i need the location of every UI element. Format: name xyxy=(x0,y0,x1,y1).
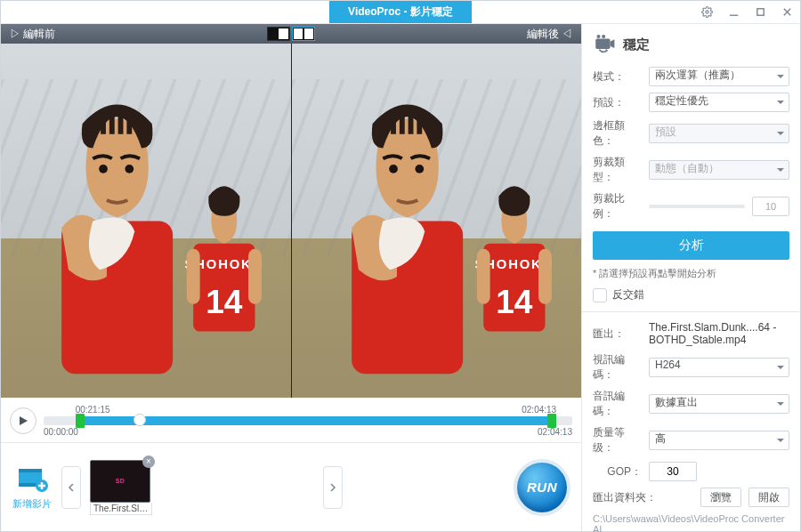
titlebar: VideoProc - 影片穩定 xyxy=(1,1,800,24)
preview-before: SHOHOKU14 xyxy=(1,44,291,398)
svg-point-31 xyxy=(602,35,605,38)
after-label: 編輯後 ◁ xyxy=(527,27,572,42)
add-video-button[interactable]: 新增影片 xyxy=(12,463,53,511)
browse-button[interactable]: 瀏覽 xyxy=(700,488,741,507)
stabilize-icon xyxy=(593,33,616,56)
cropratio-value: 10 xyxy=(752,197,789,216)
open-button[interactable]: 開啟 xyxy=(748,488,789,507)
close-button[interactable] xyxy=(773,1,800,23)
stabilize-panel: 穩定 模式：兩次運算（推薦） 預設：穩定性優先 邊框顏色：預設 剪裁類型：動態（… xyxy=(582,24,800,311)
preset-select[interactable]: 穩定性優先 xyxy=(649,93,789,112)
acodec-label: 音訊編碼： xyxy=(593,389,642,419)
next-clip-button[interactable] xyxy=(323,466,343,509)
add-video-label: 新增影片 xyxy=(12,497,53,511)
output-panel: 匯出：The.First.Slam.Dunk....64 -BOTHD_Stab… xyxy=(582,311,800,532)
svg-rect-10 xyxy=(248,248,262,303)
app-title: VideoProc - 影片穩定 xyxy=(329,1,472,23)
start-time: 00:00:00 xyxy=(44,427,78,437)
in-handle[interactable] xyxy=(76,414,85,428)
svg-text:14: 14 xyxy=(496,282,533,319)
mode-label: 模式： xyxy=(593,69,642,85)
timeline-track[interactable] xyxy=(44,416,572,425)
vcodec-select[interactable]: H264 xyxy=(649,358,789,377)
panel-heading: 穩定 xyxy=(593,33,789,56)
croptype-label: 剪裁類型： xyxy=(593,155,642,185)
clip-name: The.First.Slam.D xyxy=(90,503,152,515)
svg-point-30 xyxy=(596,35,600,38)
mode-select[interactable]: 兩次運算（推薦） xyxy=(649,67,789,86)
out-handle[interactable] xyxy=(547,414,556,428)
svg-rect-2 xyxy=(756,9,763,15)
outfile-label: 匯出： xyxy=(593,326,642,342)
remove-clip-icon[interactable]: × xyxy=(142,455,155,468)
playhead[interactable] xyxy=(134,414,146,426)
border-select[interactable]: 預設 xyxy=(649,124,789,143)
cropratio-slider[interactable] xyxy=(649,205,745,208)
border-label: 邊框顏色： xyxy=(593,118,642,149)
vcodec-label: 視訊編碼： xyxy=(593,352,642,383)
timeline: 00:21:1502:04:13 00:00:0002:04:13 xyxy=(1,398,581,442)
preview-area: SHOHOKU14 SHOHOKU14 xyxy=(1,44,581,398)
settings-icon[interactable] xyxy=(693,1,720,23)
svg-rect-26 xyxy=(19,469,42,472)
analyze-button[interactable]: 分析 xyxy=(593,231,789,260)
folder-path: C:\Users\wawa\Videos\VideoProc Converter… xyxy=(593,513,789,532)
svg-point-13 xyxy=(125,165,134,173)
analyze-hint: * 請選擇預設再點擊開始分析 xyxy=(593,267,789,280)
gop-label: GOP： xyxy=(593,464,642,480)
deinterlace-checkbox[interactable] xyxy=(593,288,607,302)
maximize-button[interactable] xyxy=(747,1,773,23)
before-label: ▷ 編輯前 xyxy=(10,27,55,42)
outfile-name: The.First.Slam.Dunk....64 -BOTHD_Stable.… xyxy=(649,321,789,346)
clip-thumbnail[interactable]: SD× The.First.Slam.D xyxy=(90,460,152,515)
minimize-button[interactable] xyxy=(720,1,747,23)
cropratio-label: 剪裁比例： xyxy=(593,191,642,222)
gop-input[interactable] xyxy=(649,462,697,481)
svg-text:14: 14 xyxy=(206,282,243,319)
deinterlace-label: 反交錯 xyxy=(612,287,644,302)
svg-point-23 xyxy=(389,165,398,173)
clip-bar: 新增影片 SD× The.First.Slam.D RUN xyxy=(1,442,581,531)
run-button[interactable]: RUN xyxy=(514,459,570,516)
quality-select[interactable]: 高 xyxy=(649,431,789,450)
svg-rect-21 xyxy=(538,248,552,303)
svg-point-12 xyxy=(99,165,108,173)
acodec-select[interactable]: 數據直出 xyxy=(649,394,789,414)
view-single-toggle[interactable] xyxy=(267,27,290,41)
preview-header: ▷ 編輯前 編輯後 ◁ xyxy=(1,24,581,44)
end-time: 02:04:13 xyxy=(538,427,572,437)
play-button[interactable] xyxy=(10,407,36,434)
svg-point-0 xyxy=(705,11,708,13)
preset-label: 預設： xyxy=(593,95,642,110)
svg-point-24 xyxy=(415,165,424,173)
quality-label: 质量等级： xyxy=(593,425,642,455)
folder-label: 匯出資料夾： xyxy=(593,490,657,505)
prev-clip-button[interactable] xyxy=(61,466,81,509)
svg-rect-29 xyxy=(595,39,610,49)
view-split-toggle[interactable] xyxy=(292,27,315,41)
preview-after: SHOHOKU14 xyxy=(291,44,582,398)
croptype-select[interactable]: 動態（自動） xyxy=(649,160,789,180)
